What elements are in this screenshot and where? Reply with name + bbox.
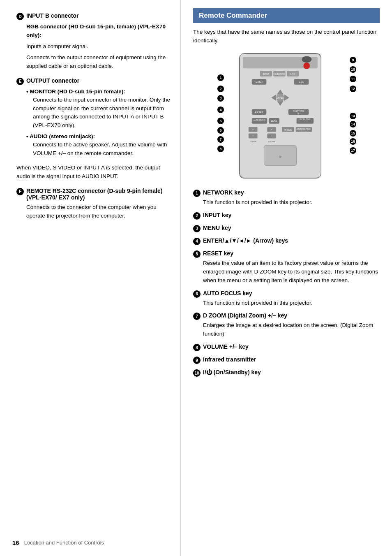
svg-text:AUTO FOCUS: AUTO FOCUS bbox=[254, 119, 265, 121]
svg-text:+: + bbox=[271, 128, 272, 131]
callout-17: 17 bbox=[350, 146, 356, 154]
key-7-body: Enlarges the image at a desired location… bbox=[203, 321, 380, 338]
callout-15: 15 bbox=[350, 129, 356, 137]
svg-text:FREEZE: FREEZE bbox=[284, 129, 292, 131]
key-enter: 4 ENTER/▲/▼/◄/► (Arrow) keys bbox=[193, 237, 380, 245]
circle-d: D bbox=[16, 13, 24, 20]
svg-text:NETWORK: NETWORK bbox=[274, 73, 285, 75]
section-d-body1: Inputs a computer signal. bbox=[26, 42, 172, 51]
key-circle-2: 2 bbox=[193, 212, 201, 220]
callout-10: 10 bbox=[350, 65, 356, 73]
callout-6: 6 bbox=[217, 126, 224, 134]
footer-text: Location and Function of Controls bbox=[24, 540, 104, 546]
svg-text:USB: USB bbox=[291, 73, 295, 75]
key-reset: 5 RESET key Resets the value of an item … bbox=[193, 250, 380, 285]
section-e-title: OUTPUT connector bbox=[26, 77, 79, 84]
section-e-note: When VIDEO, S VIDEO or INPUT A is select… bbox=[16, 164, 172, 181]
key-2-title: INPUT key bbox=[203, 212, 231, 218]
key-circle-3: 3 bbox=[193, 225, 201, 232]
svg-text:PIC MUTING: PIC MUTING bbox=[300, 118, 311, 120]
svg-text:VOLUME: VOLUME bbox=[268, 141, 275, 143]
key-4-title: ENTER/▲/▼/◄/► (Arrow) keys bbox=[203, 237, 288, 244]
callout-8: 8 bbox=[217, 145, 224, 152]
circle-e: E bbox=[16, 78, 24, 85]
svg-point-2 bbox=[302, 56, 311, 63]
section-f: F REMOTE RS-232C connector (D-sub 9-pin … bbox=[16, 188, 172, 201]
key-6-body: This function is not provided in this pr… bbox=[203, 299, 380, 308]
callout-13: 13 bbox=[350, 112, 356, 119]
section-e-sub1-body: Connects to the input connector of the m… bbox=[33, 96, 172, 130]
key-circle-6: 6 bbox=[193, 290, 201, 298]
section-f-body: Connects to the connector of the compute… bbox=[26, 203, 172, 220]
svg-text:−: − bbox=[252, 134, 254, 137]
left-column: D INPUT B connector RGB connector (HD D-… bbox=[0, 0, 181, 556]
svg-point-3 bbox=[303, 63, 310, 69]
callout-9: 9 bbox=[350, 56, 356, 63]
key-5-body: Resets the value of an item to its facto… bbox=[203, 259, 380, 285]
svg-text:◎: ◎ bbox=[279, 155, 281, 158]
callout-11: 11 bbox=[350, 75, 356, 82]
circle-f: F bbox=[16, 188, 24, 195]
section-e-sub2-body: Connects to the active speaker. Adjust t… bbox=[33, 141, 172, 158]
key-autofocus: 6 AUTO FOCUS key This function is not pr… bbox=[193, 290, 380, 308]
rc-header: Remote Commander bbox=[193, 8, 380, 23]
section-d-subtitle: RGB connector (HD D-sub 15-pin, female) … bbox=[26, 23, 172, 40]
rc-description: The keys that have the same names as tho… bbox=[193, 28, 380, 45]
svg-text:KEYSTONE: KEYSTONE bbox=[293, 110, 304, 112]
key-7-title: D ZOOM (Digital Zoom) +/– key bbox=[203, 312, 287, 319]
callout-5: 5 bbox=[217, 117, 224, 124]
key-circle-7: 7 bbox=[193, 313, 201, 320]
svg-text:RESET: RESET bbox=[255, 111, 263, 114]
callout-2: 2 bbox=[217, 85, 224, 92]
key-circle-8: 8 bbox=[193, 344, 201, 351]
key-6-title: AUTO FOCUS key bbox=[203, 290, 252, 297]
section-f-title: REMOTE RS-232C connector (D-sub 9-pin fe… bbox=[26, 188, 172, 201]
section-d-body2: Connects to the output connector of equi… bbox=[26, 53, 172, 71]
key-5-title: RESET key bbox=[203, 250, 233, 257]
key-menu: 3 MENU key bbox=[193, 225, 380, 232]
callout-7: 7 bbox=[217, 135, 224, 143]
svg-text:TILT: TILT bbox=[297, 113, 301, 115]
key-9-title: Infrared transmitter bbox=[203, 356, 256, 363]
section-e: E OUTPUT connector bbox=[16, 77, 172, 85]
page-number: 16 bbox=[12, 539, 19, 546]
section-e-sub2-title: • AUDIO (stereo minijack): bbox=[26, 133, 172, 139]
key-3-title: MENU key bbox=[203, 225, 231, 231]
section-d-title: INPUT B connector bbox=[26, 12, 79, 19]
svg-text:ENTER: ENTER bbox=[277, 97, 284, 99]
svg-text:AUDIO MUTING: AUDIO MUTING bbox=[297, 128, 311, 130]
svg-text:LENS: LENS bbox=[271, 120, 277, 122]
right-column: Remote Commander The keys that have the … bbox=[181, 0, 392, 556]
callout-16: 16 bbox=[350, 137, 356, 145]
key-standby: 10 I/⏻ (On/Standby) key bbox=[193, 369, 380, 377]
callout-4: 4 bbox=[217, 106, 224, 113]
remote-illustration: INPUT NETWORK USB MENU APA bbox=[193, 51, 380, 183]
section-d: D INPUT B connector bbox=[16, 12, 172, 20]
callout-3: 3 bbox=[217, 94, 224, 102]
page-footer: 16 Location and Function of Controls bbox=[0, 539, 181, 546]
key-circle-9: 9 bbox=[193, 357, 201, 364]
svg-text:−: − bbox=[271, 134, 272, 137]
key-circle-5: 5 bbox=[193, 250, 201, 258]
callout-12: 12 bbox=[350, 85, 356, 92]
key-input: 2 INPUT key bbox=[193, 212, 380, 220]
section-e-sub1-title: • MONITOR (HD D-sub 15-pin female): bbox=[26, 88, 172, 95]
key-network: 1 NETWORK key This function is not provi… bbox=[193, 189, 380, 207]
key-dzoom: 7 D ZOOM (Digital Zoom) +/– key Enlarges… bbox=[193, 312, 380, 338]
key-8-title: VOLUME +/– key bbox=[203, 343, 249, 350]
callout-1: 1 bbox=[217, 74, 224, 81]
svg-text:APA: APA bbox=[299, 81, 304, 83]
key-10-title: I/⏻ (On/Standby) key bbox=[203, 369, 261, 375]
key-volume: 8 VOLUME +/– key bbox=[193, 343, 380, 351]
key-circle-10: 10 bbox=[193, 369, 201, 377]
svg-text:INPUT: INPUT bbox=[263, 73, 270, 75]
key-circle-4: 4 bbox=[193, 238, 201, 245]
key-circle-1: 1 bbox=[193, 190, 201, 197]
key-1-body: This function is not provided in this pr… bbox=[203, 198, 380, 207]
svg-text:D ZOOM: D ZOOM bbox=[250, 141, 256, 143]
key-infrared: 9 Infrared transmitter bbox=[193, 356, 380, 364]
remote-svg: INPUT NETWORK USB MENU APA bbox=[239, 53, 321, 178]
svg-text:+: + bbox=[252, 128, 254, 131]
callout-14: 14 bbox=[350, 120, 356, 127]
svg-text:MENU: MENU bbox=[256, 81, 263, 83]
